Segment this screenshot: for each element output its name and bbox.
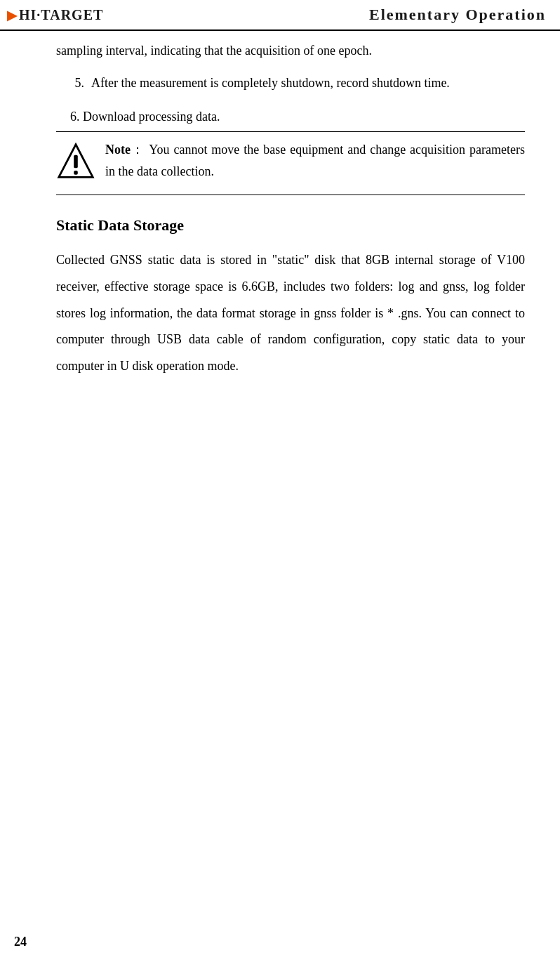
svg-rect-1 [74, 155, 78, 169]
intro-text: sampling interval, indicating that the a… [56, 38, 525, 63]
note-label: Note [105, 143, 131, 157]
note-text: You cannot move the base equipment and c… [105, 143, 525, 178]
page-footer: 24 [14, 935, 27, 949]
warning-icon [56, 142, 98, 185]
item-content-6: Download processing data. [83, 110, 220, 124]
logo-text: ▶HI·TARGET [7, 7, 103, 23]
bottom-divider [56, 195, 525, 195]
list-item-5: 5. After the measurement is completely s… [56, 70, 525, 95]
section-title: Static Data Storage [56, 216, 525, 235]
item-number-6: 6. [70, 110, 80, 124]
logo-arrow: ▶ [7, 8, 18, 22]
note-content: Note： You cannot move the base equipment… [105, 139, 525, 182]
page-content: sampling interval, indicating that the a… [0, 31, 560, 387]
page-header: ▶HI·TARGET Elementary Operation [0, 0, 560, 31]
section-body: Collected GNSS static data is stored in … [56, 247, 525, 380]
item-number-5: 5. [56, 70, 84, 95]
top-divider [56, 131, 525, 132]
note-separator: ： [131, 143, 145, 157]
item-content-5: After the measurement is completely shut… [91, 70, 525, 95]
page-title: Elementary Operation [369, 6, 546, 24]
page-number: 24 [14, 935, 27, 949]
svg-rect-2 [74, 171, 78, 175]
note-box: Note： You cannot move the base equipment… [56, 139, 525, 185]
logo: ▶HI·TARGET [7, 7, 103, 23]
list-item-6: 6. Download processing data. [70, 110, 525, 124]
